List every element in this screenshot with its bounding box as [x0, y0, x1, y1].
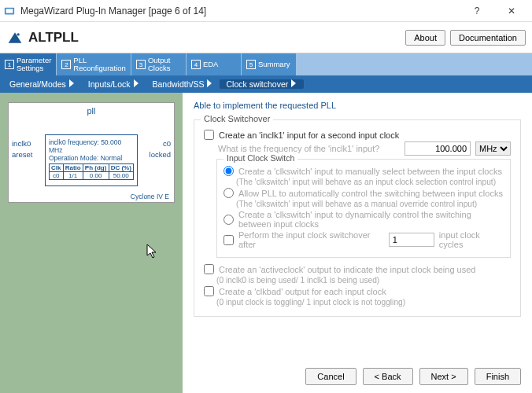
clkswitch-manual-radio[interactable]: [224, 166, 234, 176]
chevron-right-icon: [205, 79, 213, 89]
pin-inclk0: inclk0: [12, 139, 31, 148]
chevron-right-icon: [290, 79, 297, 89]
wizard-footer: Cancel < Back Next > Finish: [305, 368, 521, 385]
clkswitch-manual-help: (The 'clkswitch' input will behave as an…: [236, 178, 504, 186]
app-icon: [3, 6, 16, 17]
close-icon[interactable]: ✕: [494, 0, 529, 22]
diagram-title: pll: [9, 103, 174, 119]
diagram-mode-line: Operation Mode: Normal: [49, 154, 134, 162]
step-summary[interactable]: 5Summary: [242, 53, 297, 75]
help-icon[interactable]: ?: [460, 0, 494, 22]
clkswitch-dynamic-radio[interactable]: [224, 215, 234, 225]
step-eda[interactable]: 4EDA: [187, 53, 242, 75]
inclk1-frequency-input[interactable]: [405, 141, 471, 156]
preview-pane: pll inclk0 areset c0 locked inclk0 frequ…: [0, 93, 183, 393]
tab-bandwidth-ss[interactable]: Bandwidth/SS: [146, 79, 220, 89]
auto-switch-help: (The 'clkswitch' input will behave as a …: [236, 200, 504, 208]
clkbad-help: (0 input clock is toggling/ 1 input cloc…: [216, 298, 511, 307]
perform-switchover-checkbox[interactable]: [224, 235, 234, 245]
step-parameter-settings[interactable]: 1ParameterSettings: [0, 53, 57, 75]
cancel-button[interactable]: Cancel: [305, 368, 356, 385]
freq-question-label: What is the frequency of the 'inclk1' in…: [218, 144, 400, 153]
back-button[interactable]: < Back: [363, 368, 413, 385]
step-pll-reconfiguration[interactable]: 2PLLReconfiguration: [57, 53, 131, 75]
next-button[interactable]: Next >: [419, 368, 468, 385]
finish-button[interactable]: Finish: [475, 368, 521, 385]
chevron-right-icon: [68, 79, 76, 89]
pin-c0: c0: [163, 139, 171, 148]
product-logo: ALTPLL: [6, 30, 79, 46]
documentation-button[interactable]: Documentation: [450, 30, 526, 46]
ics-title: Input Clock Switch: [224, 153, 297, 163]
pin-areset: areset: [12, 150, 32, 159]
header: ALTPLL About Documentation: [0, 22, 532, 53]
pll-diagram: pll inclk0 areset c0 locked inclk0 frequ…: [8, 102, 175, 203]
diagram-freq-line: inclk0 frequency: 50.000 MHz: [49, 138, 134, 154]
group-title: Clock Switchover: [201, 114, 273, 123]
input-clock-switch-group: Input Clock Switch Create a 'clkswitch' …: [216, 159, 511, 258]
title-bar: MegaWizard Plug-In Manager [page 6 of 14…: [0, 0, 532, 22]
tab-clock-switchover[interactable]: Clock switchover: [220, 79, 304, 89]
auto-switch-radio[interactable]: [224, 188, 234, 198]
wizard-steps: 1ParameterSettings 2PLLReconfiguration 3…: [0, 53, 532, 75]
create-inclk1-checkbox[interactable]: [204, 130, 214, 140]
about-button[interactable]: About: [405, 30, 445, 46]
diagram-device-label: Cyclone IV E: [131, 193, 169, 200]
frequency-unit-select[interactable]: MHz: [475, 141, 511, 156]
svg-marker-2: [9, 32, 22, 42]
clock-switchover-group: Clock Switchover Create an 'inclk1' inpu…: [194, 119, 521, 317]
tab-inputs-lock[interactable]: Inputs/Lock: [82, 79, 146, 89]
status-message: Able to implement the requested PLL: [194, 101, 521, 110]
diagram-clock-table: ClkRatioPh (dg)DC (%) c01/10.0050.00: [49, 163, 134, 180]
clkbad-checkbox[interactable]: [204, 286, 214, 296]
sub-tabs: General/Modes Inputs/Lock Bandwidth/SS C…: [0, 75, 532, 93]
activeclock-help: (0 inclk0 is being used/ 1 inclk1 is bei…: [216, 276, 511, 285]
switchover-cycles-input[interactable]: [389, 233, 434, 247]
pin-locked: locked: [150, 150, 171, 159]
step-output-clocks[interactable]: 3OutputClocks: [131, 53, 187, 75]
create-inclk1-label: Create an 'inclk1' input for a second in…: [219, 130, 399, 140]
product-name: ALTPLL: [28, 30, 79, 46]
svg-rect-1: [6, 9, 13, 13]
tab-general-modes[interactable]: General/Modes: [3, 79, 82, 89]
window-title: MegaWizard Plug-In Manager [page 6 of 14…: [20, 6, 460, 17]
svg-point-3: [17, 33, 20, 35]
activeclock-checkbox[interactable]: [204, 264, 214, 274]
chevron-right-icon: [132, 79, 140, 89]
settings-pane: Able to implement the requested PLL Cloc…: [183, 93, 532, 393]
